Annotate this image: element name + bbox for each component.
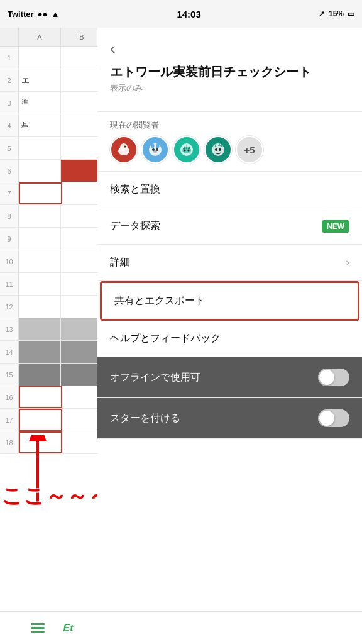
- hamburger-menu-button[interactable]: [31, 623, 45, 633]
- col-header-a: A: [19, 28, 61, 46]
- status-time: 14:03: [177, 9, 200, 19]
- sheet-row: 18: [0, 431, 103, 454]
- svg-point-5: [124, 146, 126, 148]
- app-name: Twitter: [8, 9, 34, 19]
- battery-percent: 15%: [329, 9, 344, 18]
- back-button[interactable]: ‹: [110, 39, 116, 58]
- svg-point-11: [153, 150, 157, 153]
- sheet-row: 15: [0, 364, 103, 386]
- sheet-row: 4 基: [0, 114, 103, 137]
- new-badge: NEW: [322, 220, 349, 233]
- panel-subtitle: 表示のみ: [110, 82, 349, 94]
- sheet-row: 8: [0, 205, 103, 228]
- star-toggle[interactable]: [318, 409, 349, 427]
- sheet-row: 1: [0, 47, 103, 69]
- status-right: ↗ 15% ▭: [319, 9, 354, 18]
- sheet-row: 11: [0, 273, 103, 296]
- spreadsheet-logo-button[interactable]: Et: [63, 623, 74, 634]
- sheet-row: 7: [0, 182, 103, 205]
- panel-header: ‹ エトワール実装前日チェックシート 表示のみ: [97, 28, 362, 112]
- viewers-avatars: +5: [110, 136, 349, 164]
- spreadsheet-background: A B 1 2 エ 3 準 4 基 5 6 7: [0, 28, 104, 611]
- tab-bar: Et: [0, 611, 362, 644]
- avatar-more[interactable]: +5: [236, 136, 263, 164]
- svg-point-7: [151, 144, 155, 148]
- svg-point-23: [215, 148, 217, 151]
- sheet-row-num-header: [0, 28, 19, 46]
- chevron-icon: ›: [346, 256, 349, 269]
- panel-title: エトワール実装前日チェックシート: [110, 64, 349, 80]
- offline-toggle[interactable]: [318, 369, 349, 386]
- signal-icon: ●●: [38, 9, 48, 19]
- sheet-row: 12: [0, 296, 103, 318]
- svg-point-24: [219, 148, 221, 151]
- menu-item-share[interactable]: 共有とエクスポート: [100, 281, 359, 321]
- menu-item-data[interactable]: データ探索 NEW: [97, 208, 362, 245]
- menu-item-offline[interactable]: オフラインで使用可: [97, 357, 362, 398]
- tab-bar-left: Et: [0, 623, 104, 634]
- battery-icon: ▭: [348, 9, 354, 18]
- sheet-row: 13: [0, 318, 103, 341]
- sheet-row: 10: [0, 250, 103, 273]
- col-header-b: B: [61, 28, 103, 46]
- sheet-header-row: A B: [0, 28, 103, 47]
- menu-item-search[interactable]: 検索と置換: [97, 172, 362, 208]
- status-bar: Twitter ●● ▲ 14:03 ↗ 15% ▭: [0, 0, 362, 28]
- sheet-row: 2 エ: [0, 69, 103, 92]
- menu-item-help[interactable]: ヘルプとフィードバック: [97, 321, 362, 357]
- sheet-row: 5: [0, 137, 103, 160]
- sheet-row: 6: [0, 160, 103, 182]
- viewers-label: 現在の閲覧者: [110, 119, 349, 131]
- sheet-row: 9: [0, 228, 103, 250]
- side-panel: ‹ エトワール実装前日チェックシート 表示のみ 現在の閲覧者: [97, 28, 362, 644]
- menu-list: 検索と置換 データ探索 NEW 詳細 › 共有とエクスポート ヘルプとフィードバ…: [97, 172, 362, 644]
- location-icon: ↗: [319, 9, 325, 18]
- avatar-2[interactable]: [141, 136, 169, 164]
- menu-item-detail[interactable]: 詳細 ›: [97, 245, 362, 281]
- sheet-row: 17: [0, 409, 103, 431]
- avatar-4[interactable]: [204, 136, 232, 164]
- svg-point-17: [184, 150, 186, 152]
- svg-point-8: [156, 144, 160, 148]
- svg-point-6: [149, 143, 162, 156]
- sheet-row: 16: [0, 386, 103, 409]
- sheet-row: 3 準: [0, 92, 103, 114]
- menu-item-star[interactable]: スターを付ける: [97, 398, 362, 439]
- viewers-section: 現在の閲覧者: [97, 112, 362, 172]
- svg-point-18: [188, 150, 190, 152]
- sheet-row: 14: [0, 341, 103, 364]
- avatar-1[interactable]: [110, 136, 138, 164]
- wifi-icon: ▲: [51, 9, 59, 19]
- status-left: Twitter ●● ▲: [8, 9, 59, 19]
- avatar-3[interactable]: [173, 136, 200, 164]
